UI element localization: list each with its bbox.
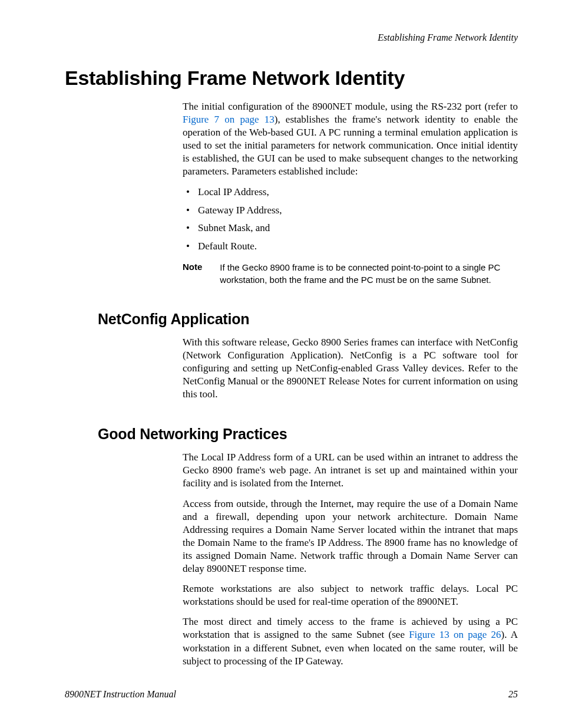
figure-7-link[interactable]: Figure 7 on page 13 bbox=[183, 114, 275, 125]
parameters-list: Local IP Address, Gateway IP Address, Su… bbox=[183, 186, 518, 254]
list-item: Subnet Mask, and bbox=[183, 222, 518, 235]
practices-p3: Remote workstations are also subject to … bbox=[183, 582, 518, 608]
list-item: Gateway IP Address, bbox=[183, 204, 518, 218]
list-item: Local IP Address, bbox=[183, 186, 518, 199]
figure-13-link[interactable]: Figure 13 on page 26 bbox=[409, 629, 501, 640]
section-heading-practices: Good Networking Practices bbox=[98, 426, 518, 443]
practices-p4: The most direct and timely access to the… bbox=[183, 615, 518, 667]
note-block: Note If the Gecko 8900 frame is to be co… bbox=[183, 262, 518, 286]
footer-manual-title: 8900NET Instruction Manual bbox=[65, 689, 176, 700]
intro-paragraph: The initial configuration of the 8900NET… bbox=[183, 100, 518, 179]
note-label: Note bbox=[183, 262, 202, 286]
page-footer: 8900NET Instruction Manual 25 bbox=[65, 689, 518, 700]
section-heading-netconfig: NetConfig Application bbox=[98, 311, 518, 328]
practices-p1: The Local IP Address form of a URL can b… bbox=[183, 451, 518, 490]
page-title: Establishing Frame Network Identity bbox=[65, 67, 518, 90]
running-header: Establishing Frame Network Identity bbox=[65, 32, 518, 43]
page-number: 25 bbox=[508, 689, 518, 700]
netconfig-paragraph: With this software release, Gecko 8900 S… bbox=[183, 336, 518, 401]
list-item: Default Route. bbox=[183, 240, 518, 253]
intro-text-a: The initial configuration of the 8900NET… bbox=[183, 101, 518, 112]
note-text: If the Gecko 8900 frame is to be connect… bbox=[220, 262, 518, 286]
practices-p2: Access from outside, through the Interne… bbox=[183, 498, 518, 576]
